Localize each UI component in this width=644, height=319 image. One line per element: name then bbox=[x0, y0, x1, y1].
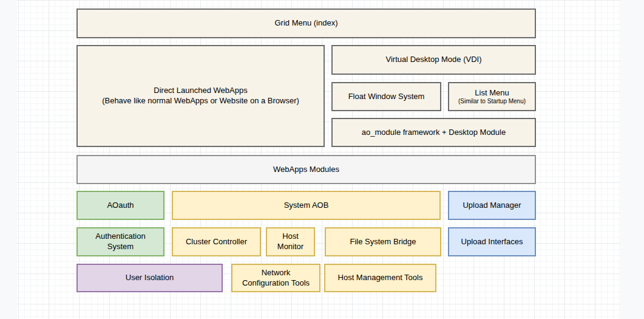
box-cluster-controller-label: Cluster Controller bbox=[186, 237, 247, 247]
box-direct-launched-webapps-sublabel: (Behave like normal WebApps or Website o… bbox=[102, 96, 299, 106]
box-upload-manager[interactable]: Upload Manager bbox=[448, 191, 536, 220]
box-user-isolation[interactable]: User Isolation bbox=[76, 264, 223, 292]
box-direct-launched-webapps[interactable]: Direct Launched WebApps (Behave like nor… bbox=[76, 45, 325, 147]
box-aoauth[interactable]: AOauth bbox=[76, 191, 164, 220]
box-authentication-system-label: Authentication System bbox=[91, 232, 150, 252]
box-authentication-system[interactable]: Authentication System bbox=[76, 227, 164, 256]
box-float-window-system-label: Float Window System bbox=[348, 92, 425, 102]
box-float-window-system[interactable]: Float Window System bbox=[331, 82, 441, 111]
box-upload-interfaces-label: Upload Interfaces bbox=[461, 237, 523, 247]
box-webapps-modules-label: WebApps Modules bbox=[273, 165, 339, 175]
box-list-menu-label: List Menu bbox=[475, 88, 509, 98]
box-file-system-bridge[interactable]: File System Bridge bbox=[325, 227, 441, 256]
box-upload-manager-label: Upload Manager bbox=[463, 201, 521, 211]
box-direct-launched-webapps-label: Direct Launched WebApps bbox=[154, 86, 247, 96]
box-upload-interfaces[interactable]: Upload Interfaces bbox=[448, 227, 536, 256]
box-grid-menu-label: Grid Menu (index) bbox=[274, 18, 337, 29]
box-host-monitor-label: Host Monitor bbox=[272, 232, 309, 252]
box-cluster-controller[interactable]: Cluster Controller bbox=[172, 227, 261, 256]
box-ao-module-framework-label: ao_module framework + Desktop Module bbox=[362, 128, 506, 138]
box-host-management-tools[interactable]: Host Management Tools bbox=[324, 264, 436, 292]
box-network-configuration-tools-label: Network Configuration Tools bbox=[237, 268, 314, 289]
box-webapps-modules[interactable]: WebApps Modules bbox=[76, 155, 536, 184]
box-system-aob[interactable]: System AOB bbox=[172, 191, 441, 220]
box-aoauth-label: AOauth bbox=[107, 201, 134, 211]
box-grid-menu[interactable]: Grid Menu (index) bbox=[76, 9, 536, 38]
box-system-aob-label: System AOB bbox=[284, 201, 329, 211]
box-virtual-desktop-mode-label: Virtual Desktop Mode (VDI) bbox=[386, 55, 482, 65]
box-user-isolation-label: User Isolation bbox=[126, 273, 174, 283]
box-list-menu-sublabel: (Similar to Startup Menu) bbox=[458, 98, 526, 105]
box-host-monitor[interactable]: Host Monitor bbox=[266, 227, 315, 256]
box-list-menu[interactable]: List Menu (Similar to Startup Menu) bbox=[448, 82, 536, 111]
box-ao-module-framework[interactable]: ao_module framework + Desktop Module bbox=[331, 118, 536, 147]
box-network-configuration-tools[interactable]: Network Configuration Tools bbox=[231, 264, 320, 292]
box-file-system-bridge-label: File System Bridge bbox=[350, 237, 416, 247]
box-virtual-desktop-mode[interactable]: Virtual Desktop Mode (VDI) bbox=[331, 45, 536, 75]
box-host-management-tools-label: Host Management Tools bbox=[338, 273, 423, 283]
